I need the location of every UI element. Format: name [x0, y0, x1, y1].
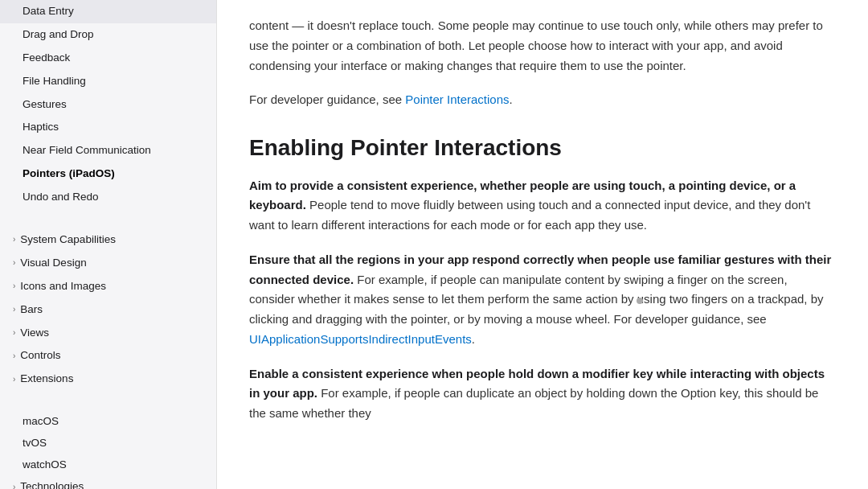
dev-guidance-paragraph: For developer guidance, see Pointer Inte…: [249, 90, 836, 110]
sidebar-item-tvos[interactable]: tvOS: [0, 432, 216, 454]
chevron-right-icon: ›: [13, 281, 15, 292]
section-heading-enabling: Enabling Pointer Interactions: [249, 134, 836, 162]
chevron-right-icon: ›: [13, 257, 15, 269]
sidebar-item-visual-design[interactable]: › Visual Design: [0, 252, 216, 275]
sidebar-item-views[interactable]: › Views: [0, 322, 216, 345]
intro-paragraph: content — it doesn't replace touch. Some…: [249, 0, 836, 76]
sidebar-item-near-field[interactable]: Near Field Communication: [0, 139, 216, 162]
sidebar-item-bars[interactable]: › Bars: [0, 298, 216, 322]
chevron-right-icon: ›: [13, 482, 15, 489]
sidebar-item-pointers[interactable]: Pointers (iPadOS): [0, 162, 216, 186]
chevron-right-icon: ›: [13, 234, 15, 245]
sidebar-item-controls[interactable]: › Controls: [0, 344, 216, 368]
para3: Enable a consistent experience when peop…: [249, 364, 836, 424]
chevron-right-icon: ›: [13, 304, 15, 315]
sidebar-nav-section: Data Entry Drag and Drop Feedback File H…: [0, 0, 216, 216]
para2-link-suffix: .: [472, 332, 475, 346]
para3-rest: For example, if people can duplicate an …: [249, 386, 818, 420]
sidebar-item-haptics[interactable]: Haptics: [0, 116, 216, 139]
sidebar-item-undo-redo[interactable]: Undo and Redo: [0, 186, 216, 209]
uiapplication-link[interactable]: UIApplicationSupportsIndirectInputEvents: [249, 332, 472, 346]
para2: Ensure that all the regions in your app …: [249, 250, 836, 350]
chevron-right-icon: ›: [13, 374, 15, 385]
chevron-right-icon: ›: [13, 327, 15, 339]
sidebar: Data Entry Drag and Drop Feedback File H…: [0, 0, 217, 489]
sidebar-groups-section: › System Capabilities › Visual Design › …: [0, 228, 216, 397]
chevron-right-icon: ›: [13, 351, 15, 362]
sidebar-divider-2: [0, 397, 216, 410]
sidebar-item-gestures[interactable]: Gestures: [0, 93, 216, 117]
sidebar-item-technologies[interactable]: › Technologies: [0, 475, 216, 489]
sidebar-item-system-capabilities[interactable]: › System Capabilities: [0, 228, 216, 252]
sidebar-item-extensions[interactable]: › Extensions: [0, 368, 216, 391]
scroll-indicator: [637, 298, 643, 304]
para1-rest: People tend to move fluidly between usin…: [249, 198, 810, 232]
pointer-interactions-link[interactable]: Pointer Interactions: [405, 92, 509, 106]
sidebar-item-watchos[interactable]: watchOS: [0, 454, 216, 475]
main-content: content — it doesn't replace touch. Some…: [217, 0, 868, 489]
para1: Aim to provide a consistent experience, …: [249, 176, 836, 236]
sidebar-bottom-section: macOS tvOS watchOS › Technologies: [0, 410, 216, 489]
sidebar-item-file-handling[interactable]: File Handling: [0, 70, 216, 93]
sidebar-item-feedback[interactable]: Feedback: [0, 47, 216, 70]
sidebar-item-icons-images[interactable]: › Icons and Images: [0, 275, 216, 298]
sidebar-item-drag-and-drop[interactable]: Drag and Drop: [0, 23, 216, 47]
sidebar-divider-1: [0, 216, 216, 228]
sidebar-item-data-entry[interactable]: Data Entry: [0, 0, 216, 23]
sidebar-item-macos[interactable]: macOS: [0, 410, 216, 432]
